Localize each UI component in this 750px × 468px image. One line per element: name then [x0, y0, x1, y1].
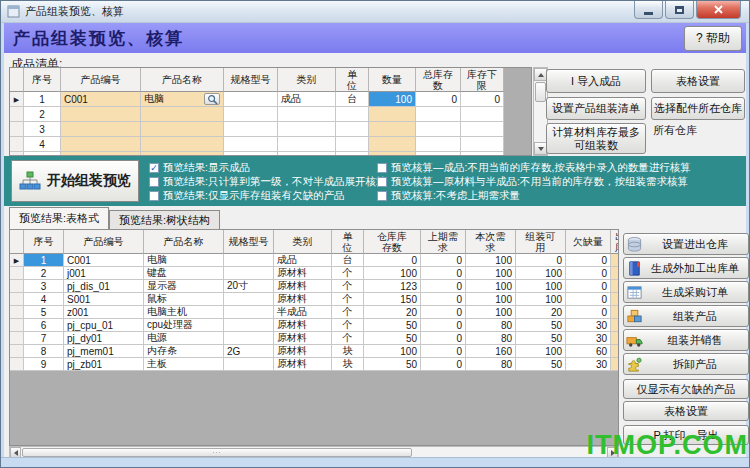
cell[interactable]: 个	[332, 319, 364, 332]
maximize-button[interactable]	[665, 1, 694, 19]
cell[interactable]: 100	[466, 267, 516, 280]
cell[interactable]: pj_dis_01	[64, 280, 144, 293]
set-inout-warehouse-button[interactable]: 设置进出仓库	[623, 233, 749, 255]
cell[interactable]	[224, 358, 274, 371]
cell[interactable]: 内存条	[144, 345, 224, 358]
cell[interactable]: 个	[332, 293, 364, 306]
cell[interactable]	[141, 107, 224, 122]
cell[interactable]: 台	[336, 92, 369, 107]
checkbox[interactable]	[149, 191, 159, 201]
cell[interactable]: 原材料	[274, 345, 332, 358]
row-selector[interactable]: ▶	[10, 254, 24, 267]
cell[interactable]	[224, 122, 278, 137]
cell[interactable]	[224, 267, 274, 280]
gen-purchase-order-button[interactable]: 生成采购订单	[623, 281, 749, 303]
cell[interactable]: 30	[566, 358, 611, 371]
cell[interactable]	[369, 107, 416, 122]
cell[interactable]	[224, 137, 278, 152]
cell[interactable]: 0	[421, 332, 466, 345]
cell[interactable]: pj_cpu_01	[64, 319, 144, 332]
import-finished-button[interactable]: I 导入成品	[546, 69, 646, 93]
cell[interactable]: 100	[466, 293, 516, 306]
assemble-and-sell-button[interactable]: 组装并销售	[623, 329, 749, 351]
cell[interactable]: 半成品	[274, 306, 332, 319]
cell[interactable]: 100	[466, 280, 516, 293]
product-lookup-button[interactable]	[204, 93, 220, 105]
gen-outsourcing-order-button[interactable]: 生成外加工出库单	[623, 257, 749, 279]
cell[interactable]	[369, 137, 416, 152]
scrollbar-thumb[interactable]	[535, 82, 546, 102]
cell[interactable]: 123	[364, 280, 421, 293]
cell[interactable]	[278, 137, 336, 152]
cell[interactable]: 0	[421, 319, 466, 332]
cell[interactable]: pj_zb01	[64, 358, 144, 371]
cell[interactable]	[611, 345, 619, 358]
cell[interactable]	[611, 254, 619, 267]
cell[interactable]	[61, 137, 141, 152]
cell[interactable]: 100	[466, 306, 516, 319]
cell[interactable]: 成品	[278, 92, 336, 107]
table-settings-bottom-button[interactable]: 表格设置	[623, 401, 749, 421]
cell[interactable]: 50	[364, 358, 421, 371]
cell[interactable]: 50	[364, 332, 421, 345]
cell[interactable]: 160	[466, 345, 516, 358]
cell[interactable]: 3	[24, 122, 61, 137]
cell[interactable]: z001	[64, 306, 144, 319]
cell[interactable]	[611, 306, 619, 319]
cell[interactable]: 3	[24, 280, 64, 293]
cell[interactable]: 4	[24, 137, 61, 152]
row-selector[interactable]	[10, 280, 24, 293]
row-selector[interactable]	[10, 306, 24, 319]
cell[interactable]	[224, 293, 274, 306]
cell[interactable]	[278, 107, 336, 122]
cell[interactable]	[416, 107, 461, 122]
cell[interactable]: 台	[332, 254, 364, 267]
cell[interactable]: 20	[364, 306, 421, 319]
cell[interactable]	[336, 137, 369, 152]
cell[interactable]: 0	[566, 280, 611, 293]
cell[interactable]: 8	[24, 345, 64, 358]
checkbox[interactable]: ✓	[149, 163, 159, 173]
row-selector[interactable]	[10, 293, 24, 306]
cell[interactable]	[224, 332, 274, 345]
minimize-button[interactable]	[634, 1, 663, 19]
cell[interactable]: pj_dy01	[64, 332, 144, 345]
cell[interactable]: 0	[421, 254, 466, 267]
cell[interactable]: 2G	[224, 345, 274, 358]
cell[interactable]	[141, 137, 224, 152]
cell[interactable]: 原材料	[274, 332, 332, 345]
cell[interactable]: 0	[516, 254, 566, 267]
row-selector[interactable]	[10, 332, 24, 345]
cell[interactable]	[611, 280, 619, 293]
cell[interactable]	[336, 107, 369, 122]
cell[interactable]: 0	[421, 293, 466, 306]
cell[interactable]	[461, 137, 504, 152]
cell[interactable]: 0	[421, 306, 466, 319]
cell[interactable]: C001	[61, 92, 141, 107]
row-selector[interactable]	[10, 137, 24, 152]
cell[interactable]: 2	[24, 107, 61, 122]
row-selector[interactable]	[10, 107, 24, 122]
cell[interactable]: 主板	[144, 358, 224, 371]
cell[interactable]: 0	[566, 267, 611, 280]
cell[interactable]	[611, 319, 619, 332]
cell[interactable]: 80	[466, 358, 516, 371]
row-selector[interactable]	[10, 358, 24, 371]
cell[interactable]: 0	[421, 267, 466, 280]
close-button[interactable]	[696, 1, 741, 19]
cell[interactable]: 50	[516, 319, 566, 332]
cell[interactable]: 7	[24, 332, 64, 345]
cell[interactable]: j001	[64, 267, 144, 280]
cell[interactable]	[278, 122, 336, 137]
cell[interactable]: 100	[516, 280, 566, 293]
cell[interactable]: 100	[369, 92, 416, 107]
cell[interactable]	[369, 122, 416, 137]
cell[interactable]	[224, 319, 274, 332]
cell[interactable]: 50	[516, 332, 566, 345]
cell[interactable]: 个	[332, 280, 364, 293]
cell[interactable]: 80	[466, 319, 516, 332]
cell[interactable]	[611, 332, 619, 345]
assemble-product-button[interactable]: 组装产品	[623, 305, 749, 327]
cell[interactable]: 个	[332, 332, 364, 345]
cell[interactable]: 1	[24, 254, 64, 267]
